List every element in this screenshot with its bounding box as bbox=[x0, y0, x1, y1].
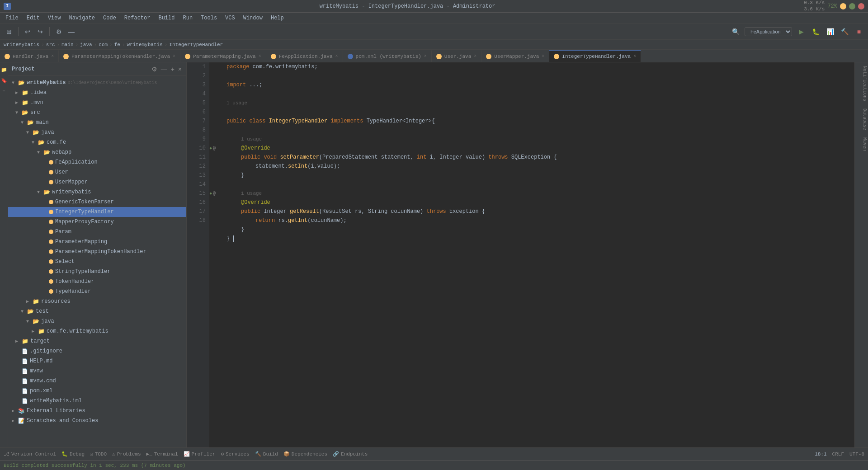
tree-integertypehandler[interactable]: IntegerTypeHandler bbox=[8, 207, 186, 217]
dependencies-status[interactable]: 📦 Dependencies bbox=[283, 451, 327, 457]
menu-file[interactable]: File bbox=[2, 14, 22, 22]
tree-gitignore[interactable]: 📄 .gitignore bbox=[8, 346, 186, 356]
services-status[interactable]: ⚙ Services bbox=[221, 451, 249, 457]
implement-icon-14[interactable]: @ bbox=[213, 191, 216, 196]
override-icon-14[interactable]: ● bbox=[209, 191, 212, 196]
tree-user[interactable]: User bbox=[8, 167, 186, 177]
run-configuration-select[interactable]: FeApplication bbox=[745, 27, 792, 36]
tree-test-java[interactable]: ▼ 📂 java bbox=[8, 316, 186, 326]
undo-button[interactable]: ↩ bbox=[22, 26, 33, 37]
tab-close-paramtoken[interactable]: × bbox=[173, 54, 175, 59]
profiler-status[interactable]: 📈 Profiler bbox=[184, 451, 216, 457]
tree-iml[interactable]: 📄 writeMybatis.iml bbox=[8, 396, 186, 406]
tab-handler[interactable]: Handler.java × bbox=[0, 50, 59, 62]
tree-mapperproxyfactory[interactable]: MapperProxyFactory bbox=[8, 217, 186, 227]
override-icon-9[interactable]: ● bbox=[209, 146, 212, 151]
build-button[interactable]: 🔨 bbox=[839, 26, 850, 37]
tab-close-integertypehandler[interactable]: × bbox=[633, 54, 636, 59]
menu-refactor[interactable]: Refactor bbox=[121, 14, 154, 22]
build-status-btn[interactable]: 🔨 Build bbox=[255, 451, 278, 457]
tree-parametermappingtokenhandler[interactable]: ParameterMappingTokenHandler bbox=[8, 247, 186, 257]
menu-build[interactable]: Build bbox=[155, 14, 178, 22]
tab-usermapper[interactable]: UserMapper.java × bbox=[481, 50, 549, 62]
menu-window[interactable]: Window bbox=[240, 14, 266, 22]
crlf-indicator[interactable]: CRLF bbox=[832, 451, 844, 457]
tree-select[interactable]: Select bbox=[8, 257, 186, 267]
tab-integertypehandler[interactable]: IntegerTypeHandler.java × bbox=[549, 50, 641, 62]
tree-parametermapping[interactable]: ParameterMapping bbox=[8, 237, 186, 247]
breadcrumb-integertypehandler[interactable]: IntegerTypeHandler bbox=[169, 42, 223, 47]
sidebar-close-button[interactable]: × bbox=[177, 65, 183, 74]
breadcrumb-java[interactable]: java bbox=[80, 42, 92, 47]
menu-vcs[interactable]: VCS bbox=[222, 14, 239, 22]
redo-button[interactable]: ↪ bbox=[35, 26, 46, 37]
tab-paramtoken[interactable]: ParameterMappingTokenHandler.java × bbox=[59, 50, 180, 62]
tree-root[interactable]: ▼ 📂 writeMybatis D:\IdeaProjects\Demo\wr… bbox=[8, 78, 186, 88]
database-panel[interactable]: Database bbox=[861, 105, 868, 134]
structure-icon[interactable]: ≡ bbox=[0, 88, 8, 95]
maximize-button[interactable] bbox=[849, 3, 855, 9]
tree-com-fe[interactable]: ▼ 📂 com.fe bbox=[8, 137, 186, 147]
tree-external-libraries[interactable]: ▶ 📚 External Libraries bbox=[8, 406, 186, 416]
tab-feapp[interactable]: FeApplication.java × bbox=[266, 50, 343, 62]
tree-typehandler[interactable]: TypeHandler bbox=[8, 287, 186, 296]
menu-tools[interactable]: Tools bbox=[197, 14, 221, 22]
breadcrumb-writemybatis-pkg[interactable]: writemybatis bbox=[127, 42, 163, 47]
tree-com-fe-writemybatis[interactable]: ▶ 📁 com.fe.writemybatis bbox=[8, 326, 186, 336]
tree-helpmd[interactable]: 📄 HELP.md bbox=[8, 356, 186, 366]
minimize-button[interactable] bbox=[840, 3, 846, 9]
tree-scratches[interactable]: ▶ 📝 Scratches and Consoles bbox=[8, 416, 186, 426]
problems-status[interactable]: ⚠ Problems bbox=[112, 451, 141, 457]
breadcrumb-src[interactable]: src bbox=[46, 42, 55, 47]
project-structure-button[interactable]: ⊞ bbox=[4, 26, 14, 37]
tree-param[interactable]: Param bbox=[8, 227, 186, 237]
debug-button[interactable]: 🐛 bbox=[810, 26, 821, 37]
coverage-button[interactable]: 📊 bbox=[825, 26, 835, 37]
tree-pomxml[interactable]: 📄 pom.xml bbox=[8, 386, 186, 396]
menu-navigate[interactable]: Navigate bbox=[65, 14, 99, 22]
maven-panel[interactable]: Maven bbox=[861, 134, 868, 155]
terminal-status[interactable]: ▶_ Terminal bbox=[146, 451, 178, 457]
breadcrumb-fe[interactable]: fe bbox=[114, 42, 120, 47]
tree-webapp[interactable]: ▼ 📂 webapp bbox=[8, 147, 186, 157]
tab-pom[interactable]: pom.xml (writeMybatis) × bbox=[343, 50, 432, 62]
breadcrumb-com[interactable]: com bbox=[99, 42, 108, 47]
menu-code[interactable]: Code bbox=[99, 14, 120, 22]
endpoints-status[interactable]: 🔗 Endpoints bbox=[333, 451, 368, 457]
tree-feapplication[interactable]: FeApplication bbox=[8, 157, 186, 167]
menu-run[interactable]: Run bbox=[179, 14, 196, 22]
tab-close-user[interactable]: × bbox=[474, 54, 476, 59]
tab-close-usermapper[interactable]: × bbox=[542, 54, 544, 59]
sidebar-collapse-button[interactable]: — bbox=[160, 65, 168, 74]
sidebar-settings-button[interactable]: ⚙ bbox=[151, 65, 158, 74]
code-container[interactable]: 1 2 3 4 5 6 7 8 9 10 11 12 13 14 15 16 1… bbox=[187, 62, 861, 447]
bookmarks-icon[interactable]: 🔖 bbox=[0, 77, 8, 84]
run-button[interactable]: ▶ bbox=[796, 26, 807, 37]
tab-parammapping[interactable]: ParameterMapping.java × bbox=[180, 50, 266, 62]
stop-button[interactable]: ■ bbox=[854, 26, 864, 37]
debug-status[interactable]: 🐛 Debug bbox=[61, 451, 85, 457]
tree-mvn[interactable]: ▶ 📁 .mvn bbox=[8, 98, 186, 108]
sidebar-expand-button[interactable]: + bbox=[170, 65, 175, 74]
menu-help[interactable]: Help bbox=[267, 14, 288, 22]
tree-generictokenparser[interactable]: GenericTokenParser bbox=[8, 197, 186, 207]
tree-target[interactable]: ▶ 📁 target bbox=[8, 336, 186, 346]
tab-close-pom[interactable]: × bbox=[424, 54, 427, 59]
tree-writemybatis[interactable]: ▼ 📂 writemybatis bbox=[8, 187, 186, 197]
tree-resources[interactable]: ▶ 📁 resources bbox=[8, 296, 186, 306]
notifications-panel[interactable]: Notifications bbox=[861, 62, 868, 105]
tree-stringtypehandler[interactable]: StringTypeHandler bbox=[8, 267, 186, 277]
breadcrumb-main[interactable]: main bbox=[61, 42, 73, 47]
editor-scrollbar[interactable] bbox=[854, 62, 861, 447]
settings-button[interactable]: ⚙ bbox=[53, 26, 64, 37]
menu-edit[interactable]: Edit bbox=[23, 14, 43, 22]
tab-close-parammapping[interactable]: × bbox=[259, 54, 261, 59]
menu-view[interactable]: View bbox=[44, 14, 65, 22]
tree-tokenhandler[interactable]: TokenHandler bbox=[8, 277, 186, 287]
charset-indicator[interactable]: UTF-8 bbox=[849, 451, 864, 457]
tree-main[interactable]: ▼ 📂 main bbox=[8, 118, 186, 127]
tab-close-feapp[interactable]: × bbox=[335, 54, 338, 59]
todo-status[interactable]: ☑ TODO bbox=[90, 451, 107, 457]
version-control-status[interactable]: ⎇ Version Control bbox=[4, 451, 56, 457]
code-editor[interactable]: package com.fe.writemybatis; import ...;… bbox=[223, 62, 854, 447]
